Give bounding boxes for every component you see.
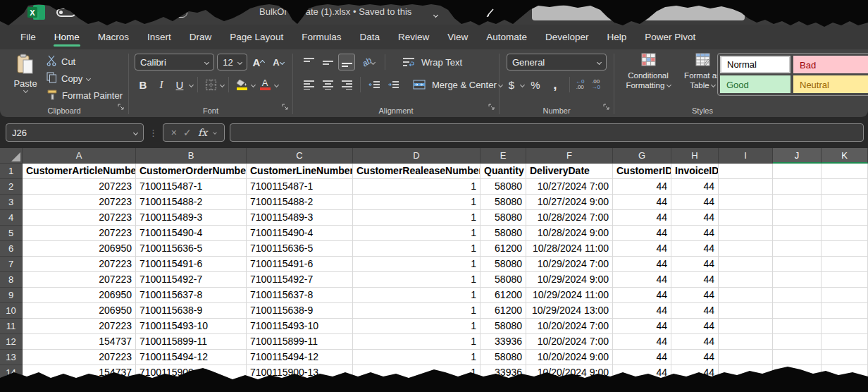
cell-E9[interactable]: 61200 <box>480 288 526 303</box>
cell-I4[interactable] <box>719 210 773 226</box>
cell-K13[interactable] <box>822 350 868 365</box>
cell-A10[interactable]: 206950 <box>23 303 136 319</box>
cell-K14[interactable] <box>822 365 868 381</box>
cell-G4[interactable]: 44 <box>613 210 671 226</box>
cell-F9[interactable]: 10/29/2024 11:00 <box>526 288 613 303</box>
cell-J12[interactable] <box>773 334 822 350</box>
cell-D11[interactable]: 1 <box>353 319 480 334</box>
cell-K8[interactable] <box>822 272 868 288</box>
row-header-13[interactable]: 13 <box>0 350 23 365</box>
cell-D9[interactable]: 1 <box>353 288 480 303</box>
borders-dropdown-chevron-icon[interactable] <box>220 82 225 87</box>
cell-D13[interactable]: 1 <box>353 350 480 365</box>
cell-I13[interactable] <box>719 350 773 365</box>
font-color-button[interactable]: A <box>256 76 273 93</box>
cell-G13[interactable]: 44 <box>613 350 671 365</box>
column-header-C[interactable]: C <box>247 148 353 164</box>
title-dropdown-chevron-icon[interactable] <box>434 8 438 21</box>
cell-D10[interactable]: 1 <box>353 303 480 319</box>
cell-C6[interactable]: 7100115636-5 <box>247 241 353 257</box>
menu-tab-home[interactable]: Home <box>45 25 89 49</box>
cell-H11[interactable]: 44 <box>671 319 719 334</box>
bold-button[interactable]: B <box>135 76 151 93</box>
cell-G12[interactable]: 44 <box>613 334 671 350</box>
cell-F14[interactable]: 10/20/2024 9:00 <box>526 365 613 381</box>
cell-A14[interactable]: 154737 <box>23 365 136 381</box>
cell-E2[interactable]: 58080 <box>480 179 526 195</box>
cell-B4[interactable]: 7100115489-3 <box>136 210 247 226</box>
cell-G14[interactable]: 44 <box>613 365 671 381</box>
orientation-button[interactable]: ab <box>357 54 380 71</box>
cell-K1[interactable] <box>822 164 868 179</box>
cell-A13[interactable]: 207223 <box>23 350 136 365</box>
cell-E1[interactable]: Quantity <box>480 164 526 179</box>
font-size-combobox[interactable]: 12 <box>217 54 247 71</box>
row-header-3[interactable]: 3 <box>0 195 23 210</box>
top-align-button[interactable] <box>300 54 317 71</box>
cell-E5[interactable]: 58080 <box>480 226 526 241</box>
row-header-7[interactable]: 7 <box>0 257 23 272</box>
row-header-5[interactable]: 5 <box>0 226 23 241</box>
cell-D14[interactable]: 1 <box>353 365 480 381</box>
cell-J2[interactable] <box>773 179 822 195</box>
cell-C4[interactable]: 7100115489-3 <box>247 210 353 226</box>
align-right-button[interactable] <box>338 76 355 93</box>
paste-button[interactable]: Paste <box>8 54 42 97</box>
fill-color-button[interactable] <box>233 76 250 93</box>
cell-H5[interactable]: 44 <box>671 226 719 241</box>
cell-G6[interactable]: 44 <box>613 241 671 257</box>
row-header-4[interactable]: 4 <box>0 210 23 226</box>
cell-F6[interactable]: 10/28/2024 11:00 <box>526 241 613 257</box>
menu-tab-developer[interactable]: Developer <box>536 25 598 49</box>
cell-A6[interactable]: 206950 <box>23 241 136 257</box>
cell-B14[interactable]: 7100115900-13 <box>136 365 247 381</box>
menu-tab-insert[interactable]: Insert <box>138 25 180 49</box>
fx-dropdown-chevron-icon[interactable] <box>213 130 218 135</box>
cell-B7[interactable]: 7100115491-6 <box>136 257 247 272</box>
cell-H8[interactable]: 44 <box>671 272 719 288</box>
cell-F8[interactable]: 10/29/2024 9:00 <box>526 272 613 288</box>
name-box[interactable]: J26 <box>6 123 144 142</box>
menu-tab-power-pivot[interactable]: Power Pivot <box>636 25 705 49</box>
row-header-9[interactable]: 9 <box>0 288 23 303</box>
cell-J10[interactable] <box>773 303 822 319</box>
menu-tab-automate[interactable]: Automate <box>477 25 536 49</box>
enter-button[interactable]: ✓ <box>183 127 192 138</box>
column-header-D[interactable]: D <box>353 148 480 164</box>
bottom-align-button[interactable] <box>338 54 355 71</box>
cell-E14[interactable]: 33936 <box>480 365 526 381</box>
cell-J9[interactable] <box>773 288 822 303</box>
cell-A11[interactable]: 207223 <box>23 319 136 334</box>
cell-I14[interactable] <box>719 365 773 381</box>
column-header-H[interactable]: H <box>671 148 719 164</box>
cell-J3[interactable] <box>773 195 822 210</box>
cell-H2[interactable]: 44 <box>671 179 719 195</box>
menu-tab-formulas[interactable]: Formulas <box>292 25 350 49</box>
cell-D6[interactable]: 1 <box>353 241 480 257</box>
cell-K3[interactable] <box>822 195 868 210</box>
cell-style-good[interactable]: Good <box>720 75 790 93</box>
menu-tab-draw[interactable]: Draw <box>180 25 221 49</box>
cell-D1[interactable]: CustomerRealeaseNumber <box>353 164 480 179</box>
menu-tab-review[interactable]: Review <box>389 25 438 49</box>
decrease-font-size-button[interactable]: A <box>270 54 287 71</box>
column-header-F[interactable]: F <box>526 148 613 164</box>
cell-F12[interactable]: 10/20/2024 7:00 <box>526 334 613 350</box>
cell-F13[interactable]: 10/20/2024 9:00 <box>526 350 613 365</box>
cell-style-normal[interactable]: Normal <box>720 56 790 73</box>
cell-F7[interactable]: 10/29/2024 7:00 <box>526 257 613 272</box>
menu-tab-data[interactable]: Data <box>350 25 389 49</box>
cell-I9[interactable] <box>719 288 773 303</box>
cell-A8[interactable]: 207223 <box>23 272 136 288</box>
cell-I8[interactable] <box>719 272 773 288</box>
cell-D12[interactable]: 1 <box>353 334 480 350</box>
menu-tab-page-layout[interactable]: Page Layout <box>221 25 292 49</box>
merge-center-button[interactable]: Merge & Center <box>432 80 497 90</box>
cell-B1[interactable]: CustomerOrderNumber <box>136 164 247 179</box>
cell-D3[interactable]: 1 <box>353 195 480 210</box>
cell-B8[interactable]: 7100115492-7 <box>136 272 247 288</box>
search-box[interactable] <box>532 6 745 20</box>
font-dialog-launcher[interactable] <box>282 101 289 114</box>
cell-J7[interactable] <box>773 257 822 272</box>
alignment-dialog-launcher[interactable] <box>488 101 495 114</box>
